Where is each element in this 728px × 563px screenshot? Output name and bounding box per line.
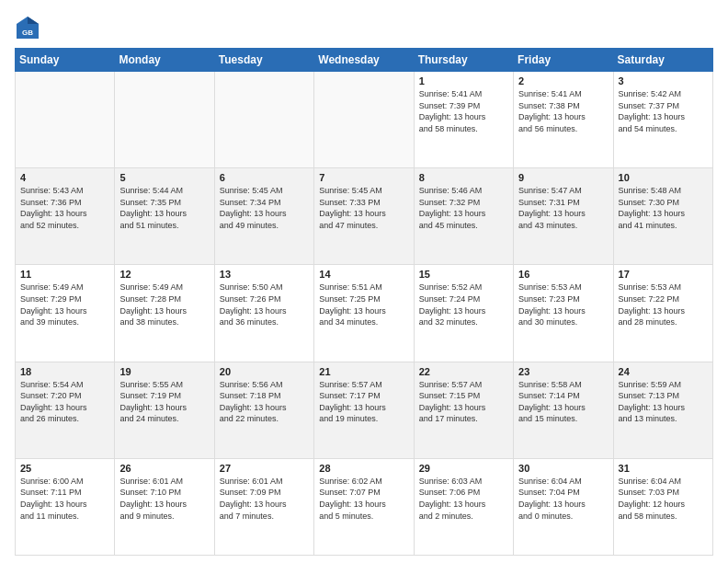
day-number: 27 [220,463,309,474]
table-cell: 16Sunrise: 5:53 AM Sunset: 7:23 PM Dayli… [514,265,613,362]
table-cell: 23Sunrise: 5:58 AM Sunset: 7:14 PM Dayli… [514,362,613,458]
col-sunday: Sunday [16,49,115,72]
day-info: Sunrise: 5:41 AM Sunset: 7:39 PM Dayligh… [419,88,508,134]
day-number: 7 [319,172,408,183]
table-cell: 3Sunrise: 5:42 AM Sunset: 7:37 PM Daylig… [613,72,712,168]
day-number: 17 [619,269,708,280]
table-cell: 20Sunrise: 5:56 AM Sunset: 7:18 PM Dayli… [214,362,313,458]
day-info: Sunrise: 6:01 AM Sunset: 7:09 PM Dayligh… [220,476,309,522]
table-cell: 17Sunrise: 5:53 AM Sunset: 7:22 PM Dayli… [613,265,712,362]
day-info: Sunrise: 5:52 AM Sunset: 7:24 PM Dayligh… [419,282,508,327]
day-number: 10 [619,172,708,183]
day-number: 12 [119,269,209,280]
table-cell: 26Sunrise: 6:01 AM Sunset: 7:10 PM Dayli… [115,458,214,555]
day-number: 18 [20,366,109,377]
day-info: Sunrise: 5:43 AM Sunset: 7:36 PM Dayligh… [20,185,109,231]
day-number: 19 [119,366,209,377]
col-monday: Monday [115,49,214,72]
day-number: 11 [20,269,109,280]
day-info: Sunrise: 5:58 AM Sunset: 7:14 PM Dayligh… [518,379,608,425]
day-info: Sunrise: 5:46 AM Sunset: 7:32 PM Dayligh… [419,185,508,231]
day-number: 8 [419,172,508,183]
col-saturday: Saturday [613,49,712,72]
day-number: 31 [619,463,708,474]
day-info: Sunrise: 5:50 AM Sunset: 7:26 PM Dayligh… [220,282,309,327]
day-info: Sunrise: 5:49 AM Sunset: 7:29 PM Dayligh… [20,282,109,327]
table-cell: 14Sunrise: 5:51 AM Sunset: 7:25 PM Dayli… [314,265,414,362]
table-cell: 9Sunrise: 5:47 AM Sunset: 7:31 PM Daylig… [514,168,613,265]
table-cell: 5Sunrise: 5:44 AM Sunset: 7:35 PM Daylig… [115,168,214,265]
day-number: 24 [619,366,708,377]
day-number: 21 [319,366,408,377]
day-number: 23 [518,366,608,377]
day-info: Sunrise: 5:54 AM Sunset: 7:20 PM Dayligh… [20,379,109,425]
table-cell: 18Sunrise: 5:54 AM Sunset: 7:20 PM Dayli… [16,362,115,458]
table-cell: 25Sunrise: 6:00 AM Sunset: 7:11 PM Dayli… [16,458,115,555]
col-thursday: Thursday [414,49,513,72]
table-cell: 11Sunrise: 5:49 AM Sunset: 7:29 PM Dayli… [16,265,115,362]
page-header: GB [15,15,713,40]
day-number: 26 [119,463,209,474]
day-number: 3 [619,75,708,86]
table-cell: 21Sunrise: 5:57 AM Sunset: 7:17 PM Dayli… [314,362,414,458]
calendar-week-2: 4Sunrise: 5:43 AM Sunset: 7:36 PM Daylig… [16,168,713,265]
table-cell [214,72,313,168]
day-number: 9 [518,172,608,183]
day-info: Sunrise: 5:53 AM Sunset: 7:23 PM Dayligh… [518,282,608,327]
svg-text:GB: GB [22,29,33,37]
col-friday: Friday [514,49,613,72]
day-number: 5 [119,172,209,183]
day-number: 29 [419,463,508,474]
day-info: Sunrise: 6:00 AM Sunset: 7:11 PM Dayligh… [20,476,109,522]
day-info: Sunrise: 5:45 AM Sunset: 7:34 PM Dayligh… [220,185,309,231]
calendar-week-4: 18Sunrise: 5:54 AM Sunset: 7:20 PM Dayli… [16,362,713,458]
day-number: 16 [518,269,608,280]
day-info: Sunrise: 6:04 AM Sunset: 7:04 PM Dayligh… [518,476,608,522]
day-number: 13 [220,269,309,280]
table-cell: 28Sunrise: 6:02 AM Sunset: 7:07 PM Dayli… [314,458,414,555]
table-cell: 24Sunrise: 5:59 AM Sunset: 7:13 PM Dayli… [613,362,712,458]
table-cell: 27Sunrise: 6:01 AM Sunset: 7:09 PM Dayli… [214,458,313,555]
table-cell: 4Sunrise: 5:43 AM Sunset: 7:36 PM Daylig… [16,168,115,265]
table-cell: 12Sunrise: 5:49 AM Sunset: 7:28 PM Dayli… [115,265,214,362]
calendar-table: Sunday Monday Tuesday Wednesday Thursday… [15,48,713,556]
svg-marker-1 [28,17,39,24]
col-wednesday: Wednesday [314,49,414,72]
calendar-week-1: 1Sunrise: 5:41 AM Sunset: 7:39 PM Daylig… [16,72,713,168]
day-number: 28 [319,463,408,474]
col-tuesday: Tuesday [214,49,313,72]
table-cell: 2Sunrise: 5:41 AM Sunset: 7:38 PM Daylig… [514,72,613,168]
table-cell: 6Sunrise: 5:45 AM Sunset: 7:34 PM Daylig… [214,168,313,265]
table-cell: 29Sunrise: 6:03 AM Sunset: 7:06 PM Dayli… [414,458,513,555]
table-cell: 8Sunrise: 5:46 AM Sunset: 7:32 PM Daylig… [414,168,513,265]
table-cell [115,72,214,168]
table-cell: 30Sunrise: 6:04 AM Sunset: 7:04 PM Dayli… [514,458,613,555]
day-info: Sunrise: 5:56 AM Sunset: 7:18 PM Dayligh… [220,379,309,425]
day-info: Sunrise: 6:03 AM Sunset: 7:06 PM Dayligh… [419,476,508,522]
day-number: 15 [419,269,508,280]
day-info: Sunrise: 5:59 AM Sunset: 7:13 PM Dayligh… [619,379,708,425]
table-cell: 1Sunrise: 5:41 AM Sunset: 7:39 PM Daylig… [414,72,513,168]
table-cell [16,72,115,168]
day-number: 1 [419,75,508,86]
day-info: Sunrise: 5:55 AM Sunset: 7:19 PM Dayligh… [119,379,209,425]
day-number: 30 [518,463,608,474]
day-info: Sunrise: 5:41 AM Sunset: 7:38 PM Dayligh… [518,88,608,134]
table-cell: 19Sunrise: 5:55 AM Sunset: 7:19 PM Dayli… [115,362,214,458]
calendar-week-5: 25Sunrise: 6:00 AM Sunset: 7:11 PM Dayli… [16,458,713,555]
day-info: Sunrise: 5:57 AM Sunset: 7:15 PM Dayligh… [419,379,508,425]
table-cell: 7Sunrise: 5:45 AM Sunset: 7:33 PM Daylig… [314,168,414,265]
table-cell: 13Sunrise: 5:50 AM Sunset: 7:26 PM Dayli… [214,265,313,362]
logo-icon: GB [15,15,40,40]
table-cell: 10Sunrise: 5:48 AM Sunset: 7:30 PM Dayli… [613,168,712,265]
day-number: 14 [319,269,408,280]
day-info: Sunrise: 6:02 AM Sunset: 7:07 PM Dayligh… [319,476,408,522]
table-cell [314,72,414,168]
day-info: Sunrise: 5:49 AM Sunset: 7:28 PM Dayligh… [119,282,209,327]
day-info: Sunrise: 6:01 AM Sunset: 7:10 PM Dayligh… [119,476,209,522]
logo: GB [15,15,44,40]
day-info: Sunrise: 5:45 AM Sunset: 7:33 PM Dayligh… [319,185,408,231]
table-cell: 31Sunrise: 6:04 AM Sunset: 7:03 PM Dayli… [613,458,712,555]
calendar-header-row: Sunday Monday Tuesday Wednesday Thursday… [16,49,713,72]
day-number: 22 [419,366,508,377]
